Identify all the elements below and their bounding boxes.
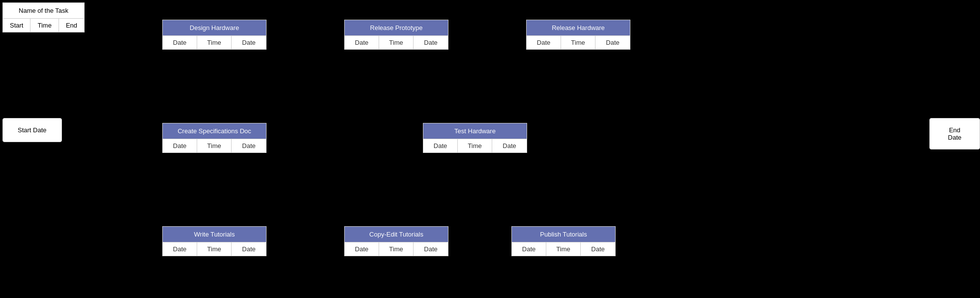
task-header-test-hardware: Test Hardware	[423, 123, 527, 139]
task-col3-release-prototype: Date	[414, 36, 448, 49]
task-col1-test-hardware: Date	[423, 139, 458, 152]
task-header-release-hardware: Release Hardware	[527, 20, 630, 35]
task-col2-write-tutorials: Time	[197, 242, 232, 256]
legend-col3: End	[59, 19, 84, 32]
task-col3-copy-edit: Date	[414, 242, 448, 256]
legend-card: Name of the Task Start Time End	[2, 2, 85, 32]
task-col2-create-spec: Time	[197, 139, 232, 152]
task-header-design-hardware: Design Hardware	[163, 20, 266, 35]
task-card-write-tutorials[interactable]: Write Tutorials Date Time Date	[162, 226, 267, 256]
task-header-copy-edit: Copy-Edit Tutorials	[345, 227, 448, 242]
task-col3-test-hardware: Date	[492, 139, 527, 152]
task-col2-copy-edit: Time	[379, 242, 414, 256]
task-card-release-hardware[interactable]: Release Hardware Date Time Date	[526, 20, 630, 50]
task-col3-design-hardware: Date	[232, 36, 266, 49]
legend-col2: Time	[30, 19, 59, 32]
task-col2-release-hardware: Time	[561, 36, 595, 49]
legend-title: Name of the Task	[3, 3, 84, 19]
task-card-design-hardware[interactable]: Design Hardware Date Time Date	[162, 20, 267, 50]
task-card-test-hardware[interactable]: Test Hardware Date Time Date	[423, 123, 527, 153]
task-col3-write-tutorials: Date	[232, 242, 266, 256]
task-col1-design-hardware: Date	[163, 36, 197, 49]
task-header-create-spec: Create Specifications Doc	[163, 123, 266, 139]
task-card-create-spec[interactable]: Create Specifications Doc Date Time Date	[162, 123, 267, 153]
task-col2-test-hardware: Time	[458, 139, 492, 152]
task-col1-create-spec: Date	[163, 139, 197, 152]
start-date-box[interactable]: Start Date	[2, 118, 62, 142]
task-col1-publish-tutorials: Date	[512, 242, 546, 256]
task-col2-release-prototype: Time	[379, 36, 414, 49]
task-card-copy-edit[interactable]: Copy-Edit Tutorials Date Time Date	[344, 226, 448, 256]
task-header-release-prototype: Release Prototype	[345, 20, 448, 35]
task-col1-write-tutorials: Date	[163, 242, 197, 256]
task-col1-release-prototype: Date	[345, 36, 379, 49]
task-col3-publish-tutorials: Date	[581, 242, 615, 256]
task-col1-release-hardware: Date	[527, 36, 561, 49]
legend-col1: Start	[3, 19, 30, 32]
task-header-publish-tutorials: Publish Tutorials	[512, 227, 615, 242]
task-card-release-prototype[interactable]: Release Prototype Date Time Date	[344, 20, 448, 50]
task-col3-create-spec: Date	[232, 139, 266, 152]
start-date-label: Start Date	[18, 126, 47, 134]
task-col1-copy-edit: Date	[345, 242, 379, 256]
task-card-publish-tutorials[interactable]: Publish Tutorials Date Time Date	[511, 226, 616, 256]
task-col2-design-hardware: Time	[197, 36, 232, 49]
task-col2-publish-tutorials: Time	[546, 242, 581, 256]
task-header-write-tutorials: Write Tutorials	[163, 227, 266, 242]
task-col3-release-hardware: Date	[595, 36, 630, 49]
end-date-box[interactable]: End Date	[929, 118, 980, 149]
end-date-label: End Date	[948, 126, 961, 141]
